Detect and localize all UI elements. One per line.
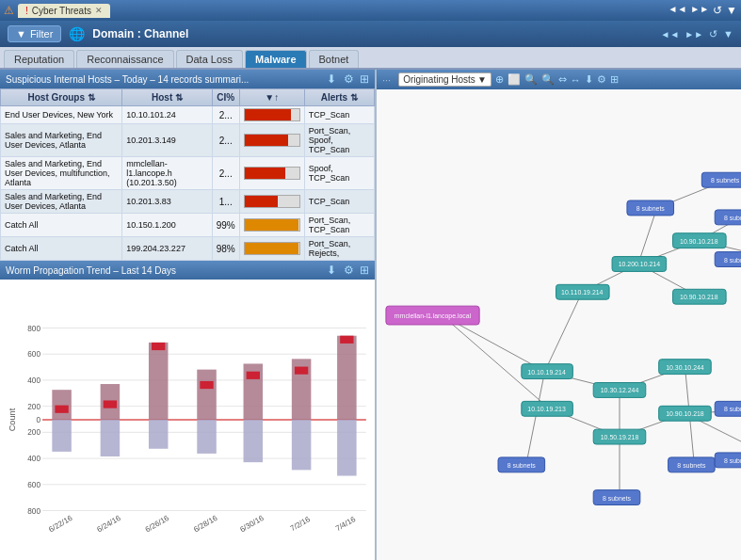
table-title: Suspicious Internal Hosts – Today – 14 r… xyxy=(6,74,323,85)
toolbar-more[interactable]: ▼ xyxy=(723,28,733,40)
cell-host-groups: Sales and Marketing, End User Devices, A… xyxy=(1,190,122,214)
title-bar: ⚠ ! Cyber Threats ✕ ◄◄ ►► ↺ ▼ xyxy=(0,0,741,21)
table-row[interactable]: Sales and Marketing, End User Devices, A… xyxy=(1,190,375,214)
cell-ci-bar xyxy=(239,124,304,157)
originating-hosts-dropdown[interactable]: Originating Hosts ▼ xyxy=(398,72,491,87)
cell-alerts: Port_Scan, Spoof, TCP_Scan xyxy=(304,124,374,157)
svg-text:600: 600 xyxy=(27,481,40,489)
tab-label: Cyber Threats xyxy=(32,6,91,16)
chart-expand-icon[interactable]: ⊞ xyxy=(360,264,369,277)
tab-data-loss[interactable]: Data Loss xyxy=(176,50,244,68)
tab-alert-icon: ! xyxy=(25,6,28,16)
cell-ci: 98% xyxy=(212,237,239,261)
bar-1-up xyxy=(52,390,72,420)
table-wrapper: Host Groups ⇅ Host ⇅ CI% ▼↑ Alerts ⇅ End… xyxy=(0,88,375,261)
toolbar-nav-right[interactable]: ►► xyxy=(685,29,703,40)
cell-ci-bar xyxy=(239,237,304,261)
ci-bar xyxy=(244,134,300,147)
svg-text:8 subnets: 8 subnets xyxy=(711,177,740,184)
bar-2-red-up xyxy=(104,400,117,408)
refresh-icon[interactable]: ↺ xyxy=(713,4,722,17)
tab-botnet[interactable]: Botnet xyxy=(309,50,360,68)
right-expand-icon[interactable]: ⊞ xyxy=(610,73,619,86)
right-icon-3[interactable]: 🔍 xyxy=(524,73,538,86)
svg-text:6/30/16: 6/30/16 xyxy=(238,514,266,535)
cell-ci: 2... xyxy=(212,106,239,124)
cell-host: 10.10.101.24 xyxy=(122,106,212,124)
cell-host-groups: Sales and Marketing, End User Devices, A… xyxy=(1,124,122,157)
col-host[interactable]: Host ⇅ xyxy=(122,89,212,106)
svg-text:6/28/16: 6/28/16 xyxy=(192,514,219,535)
table-row[interactable]: End User Devices, New York10.10.101.242.… xyxy=(1,106,375,124)
bar-6-red-up xyxy=(295,367,308,375)
table-row[interactable]: Catch All10.150.1.20099%Port_Scan, TCP_S… xyxy=(1,214,375,237)
network-graph: mmclellan-l1.lancope.local 10.10.19.214 … xyxy=(377,89,741,560)
svg-text:400: 400 xyxy=(27,376,40,385)
svg-text:8 subnets: 8 subnets xyxy=(724,215,741,221)
table-row[interactable]: Sales and Marketing, End User Devices, A… xyxy=(1,124,375,157)
cell-host: mmclellan-l1.lancope.h (10.201.3.50) xyxy=(122,157,212,190)
bar-4-red-up xyxy=(200,381,213,389)
right-icon-7[interactable]: ⬇ xyxy=(585,73,593,86)
svg-text:8 subnets: 8 subnets xyxy=(636,205,666,212)
right-icon-4[interactable]: 🔍 xyxy=(541,73,555,86)
source-label: mmclellan-l1.lancope.local xyxy=(395,312,472,320)
right-icon-2[interactable]: ⬜ xyxy=(507,73,521,86)
cell-host: 10.201.3.149 xyxy=(122,124,212,157)
tab-bar: Reputation Reconnaissance Data Loss Malw… xyxy=(0,47,741,70)
toolbar-nav-left[interactable]: ◄◄ xyxy=(661,29,680,40)
nav-left-icon[interactable]: ◄◄ xyxy=(669,4,687,17)
app-icon: ⚠ xyxy=(4,4,14,17)
table-row[interactable]: Sales and Marketing, End User Devices, m… xyxy=(1,157,375,190)
nav-right-icon[interactable]: ►► xyxy=(690,4,709,17)
main-tab[interactable]: ! Cyber Threats ✕ xyxy=(18,4,110,18)
svg-text:200: 200 xyxy=(27,403,40,411)
svg-text:8 subnets: 8 subnets xyxy=(724,257,741,264)
chart-export-icon[interactable]: ⬇ xyxy=(327,264,336,277)
col-host-groups[interactable]: Host Groups ⇅ xyxy=(1,89,122,106)
filter-button[interactable]: ▼ Filter xyxy=(8,25,61,42)
cell-ci: 99% xyxy=(212,214,239,237)
cell-ci: 2... xyxy=(212,157,239,190)
bar-2-down xyxy=(101,420,121,456)
chart-svg: Count 800 600 400 200 0 xyxy=(4,283,371,556)
more-icon[interactable]: ▼ xyxy=(726,4,737,17)
bar-1-down xyxy=(52,420,72,452)
svg-text:8 subnets: 8 subnets xyxy=(677,462,706,469)
svg-text:10.10.19.213: 10.10.19.213 xyxy=(527,406,566,412)
export-icon[interactable]: ⬇ xyxy=(327,72,336,86)
tab-close-icon[interactable]: ✕ xyxy=(95,6,103,15)
svg-text:8 subnets: 8 subnets xyxy=(603,495,632,502)
table-row[interactable]: Catch All199.204.23.22798%Port_Scan, Rej… xyxy=(1,237,375,261)
svg-text:8 subnets: 8 subnets xyxy=(507,462,537,469)
toolbar-refresh[interactable]: ↺ xyxy=(709,28,717,40)
svg-text:10.200.10.214: 10.200.10.214 xyxy=(619,261,661,267)
right-settings-icon[interactable]: ⚙ xyxy=(597,73,606,86)
svg-text:0: 0 xyxy=(36,416,40,424)
right-panel-header: ··· Originating Hosts ▼ ⊕ ⬜ 🔍 🔍 ⇔ ↔ ⬇ ⚙ … xyxy=(377,70,741,89)
bar-5-red-up xyxy=(247,372,260,379)
domain-label: Domain : Channel xyxy=(92,27,188,40)
bar-4-down xyxy=(197,420,217,454)
tab-malware[interactable]: Malware xyxy=(245,50,306,68)
cell-host-groups: Sales and Marketing, End User Devices, m… xyxy=(1,157,122,190)
chart-header: Worm Propagation Trend – Last 14 Days ⬇ … xyxy=(0,261,375,280)
y-axis-label: Count xyxy=(8,408,17,431)
col-alerts[interactable]: Alerts ⇅ xyxy=(304,89,374,106)
bar-1-red-up xyxy=(55,406,68,413)
cell-host-groups: End User Devices, New York xyxy=(1,106,122,124)
svg-text:7/4/16: 7/4/16 xyxy=(334,515,358,533)
dropdown-arrow-icon: ▼ xyxy=(477,74,487,85)
right-icon-5[interactable]: ⇔ xyxy=(558,73,567,86)
right-icon-6[interactable]: ↔ xyxy=(571,74,581,86)
col-ci[interactable]: CI% xyxy=(212,89,239,106)
settings-icon[interactable]: ⚙ xyxy=(344,72,354,86)
svg-text:200: 200 xyxy=(27,428,40,437)
tab-reconnaissance[interactable]: Reconnaissance xyxy=(76,50,173,68)
edge-12 xyxy=(638,208,657,264)
right-icon-1[interactable]: ⊕ xyxy=(495,73,504,86)
expand-icon[interactable]: ⊞ xyxy=(360,72,369,86)
separator-dots: ··· xyxy=(382,74,391,86)
tab-reputation[interactable]: Reputation xyxy=(4,50,74,68)
chart-settings-icon[interactable]: ⚙ xyxy=(344,264,354,277)
